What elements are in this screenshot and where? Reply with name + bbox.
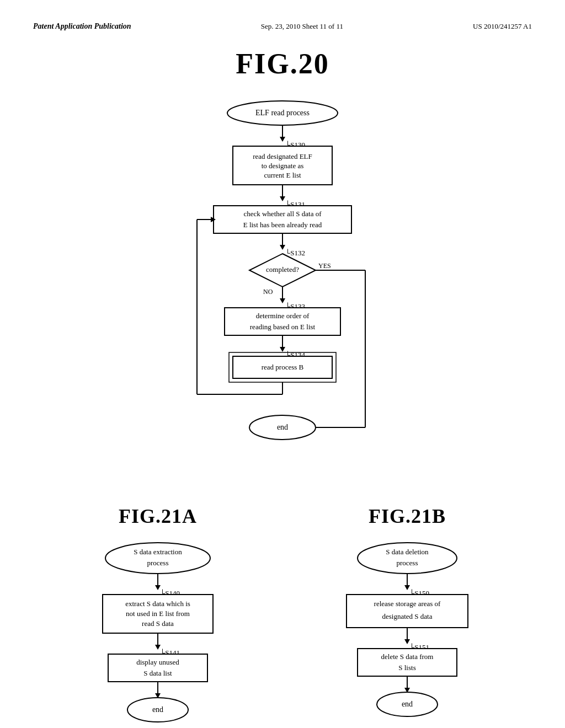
- fig21a-title: FIG.21A: [119, 505, 197, 528]
- svg-text:display unused: display unused: [136, 658, 179, 666]
- page: Patent Application Publication Sep. 23, …: [0, 0, 565, 728]
- header-patent-number: US 2010/241257 A1: [473, 22, 532, 31]
- svg-text:NO: NO: [263, 288, 273, 296]
- svg-marker-27: [280, 298, 285, 303]
- fig20-flowchart: ELF read process └S130 read designated E…: [167, 97, 398, 483]
- svg-marker-10: [280, 196, 285, 201]
- fig21a-container: FIG.21A S data extraction process └S140 …: [46, 505, 270, 728]
- header: Patent Application Publication Sep. 23, …: [33, 22, 532, 31]
- svg-text:reading based on E list: reading based on E list: [250, 323, 316, 331]
- svg-text:delete S data from: delete S data from: [381, 652, 434, 661]
- svg-text:current E list: current E list: [264, 171, 301, 179]
- header-publication: Patent Application Publication: [33, 22, 131, 31]
- svg-text:determine order of: determine order of: [256, 312, 310, 320]
- header-date-sheet: Sep. 23, 2010 Sheet 11 of 11: [261, 22, 343, 31]
- svg-text:ELF read process: ELF read process: [255, 109, 310, 117]
- svg-text:└S132: └S132: [285, 249, 305, 257]
- svg-text:check whether all S data of: check whether all S data of: [243, 210, 322, 218]
- fig21b-title: FIG.21B: [369, 505, 446, 528]
- bottom-figures: FIG.21A S data extraction process └S140 …: [33, 505, 532, 728]
- svg-text:to designate as: to designate as: [262, 162, 304, 170]
- svg-text:S lists: S lists: [398, 663, 415, 672]
- svg-text:read designated ELF: read designated ELF: [253, 152, 312, 160]
- svg-text:YES: YES: [318, 262, 331, 270]
- svg-text:E list has been already read: E list has been already read: [243, 221, 322, 229]
- svg-text:process: process: [396, 559, 418, 567]
- fig21b-container: FIG.21B S data deletion process └S150 re…: [295, 505, 520, 728]
- svg-text:not used in E list from: not used in E list from: [126, 609, 190, 618]
- svg-marker-16: [280, 245, 285, 250]
- svg-text:read process B: read process B: [262, 363, 304, 371]
- svg-text:S data extraction: S data extraction: [134, 548, 182, 556]
- svg-text:S data list: S data list: [143, 669, 172, 677]
- fig21a-flowchart: S data extraction process └S140 extract …: [92, 539, 224, 728]
- svg-text:release storage areas of: release storage areas of: [374, 599, 441, 608]
- svg-text:completed?: completed?: [266, 265, 299, 274]
- svg-text:designated S data: designated S data: [382, 612, 432, 620]
- svg-marker-33: [280, 347, 285, 352]
- svg-text:process: process: [147, 559, 168, 567]
- svg-text:end: end: [402, 700, 413, 708]
- svg-text:end: end: [277, 423, 288, 431]
- svg-text:read S data: read S data: [142, 619, 174, 628]
- fig20-title: FIG.20: [33, 47, 532, 80]
- svg-text:extract S data which is: extract S data which is: [125, 599, 190, 608]
- svg-text:end: end: [152, 705, 163, 714]
- svg-marker-3: [280, 137, 285, 142]
- svg-text:S data deletion: S data deletion: [386, 548, 429, 556]
- fig21b-flowchart: S data deletion process └S150 release st…: [341, 539, 473, 728]
